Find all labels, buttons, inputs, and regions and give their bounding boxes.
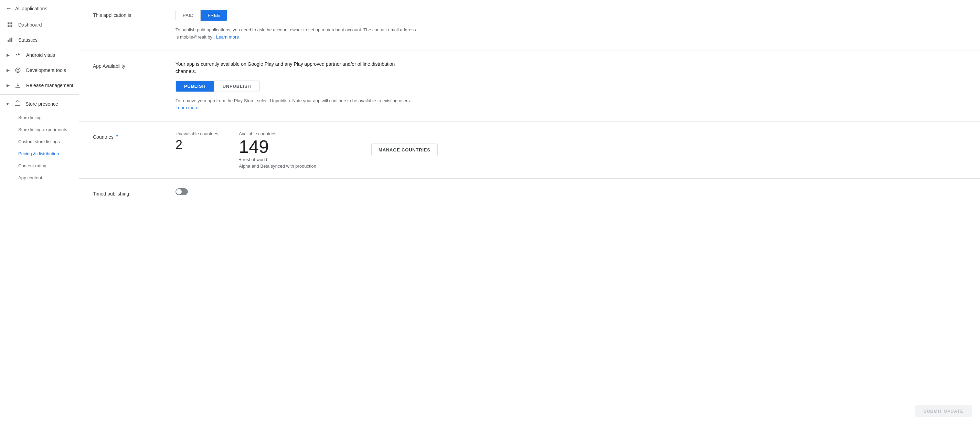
countries-data-row: Unavailable countries 2 Available countr… — [175, 131, 966, 169]
rest-of-world-note: + rest of world — [239, 157, 316, 162]
availability-row: App Availability Your app is currently a… — [93, 61, 966, 112]
availability-learn-more-link[interactable]: Learn more — [175, 105, 198, 110]
unpublish-button[interactable]: UNPUBLISH — [214, 81, 259, 92]
submit-update-button[interactable]: SUBMIT UPDATE — [915, 405, 972, 417]
store-presence-header[interactable]: ▼ Store presence — [0, 96, 79, 111]
required-star: * — [116, 134, 118, 140]
chevron-right-icon-2: ▶ — [6, 68, 10, 73]
availability-note: To remove your app from the Play Store, … — [175, 97, 416, 112]
unavailable-count: 2 — [175, 138, 218, 152]
app-type-section: This application is PAID FREE To publish… — [79, 0, 980, 51]
store-presence-label: Store presence — [25, 101, 58, 107]
sidebar-item-statistics[interactable]: Statistics — [0, 32, 79, 48]
countries-content: Unavailable countries 2 Available countr… — [175, 131, 966, 169]
back-arrow-icon: ← — [5, 5, 12, 12]
availability-section: App Availability Your app is currently a… — [79, 51, 980, 122]
svg-rect-3 — [11, 25, 13, 27]
svg-rect-10 — [15, 102, 20, 106]
sync-note: Alpha and Beta synced with production — [239, 164, 316, 169]
sidebar-item-store-listing-experiments[interactable]: Store listing experiments — [0, 124, 79, 135]
timed-publishing-content — [175, 188, 966, 195]
svg-point-8 — [16, 68, 20, 73]
countries-label: Countries * — [93, 131, 162, 140]
countries-section: Countries * Unavailable countries 2 Avai… — [79, 121, 980, 178]
app-type-learn-more-link[interactable]: Learn more — [216, 34, 239, 40]
statistics-label: Statistics — [18, 37, 38, 43]
development-tools-icon — [14, 67, 21, 74]
svg-rect-6 — [11, 38, 13, 42]
sidebar-divider — [0, 94, 79, 95]
app-type-description: To publish paid applications, you need t… — [175, 27, 416, 41]
free-button[interactable]: FREE — [200, 10, 227, 21]
android-vitals-label: Android vitals — [26, 52, 55, 58]
release-management-icon — [14, 82, 21, 89]
sidebar-item-app-content[interactable]: App content — [0, 172, 79, 184]
svg-point-9 — [17, 69, 19, 71]
svg-rect-5 — [10, 38, 11, 42]
app-type-label: This application is — [93, 10, 162, 18]
back-button[interactable]: ← All applications — [0, 0, 79, 17]
store-presence-icon — [14, 100, 21, 107]
publish-unpublish-toggle: PUBLISH UNPUBLISH — [175, 81, 260, 92]
countries-row: Countries * Unavailable countries 2 Avai… — [93, 131, 966, 169]
unavailable-countries-col: Unavailable countries 2 — [175, 131, 218, 152]
sidebar-item-dashboard[interactable]: Dashboard — [0, 17, 79, 32]
publish-button[interactable]: PUBLISH — [176, 81, 214, 92]
main-content: This application is PAID FREE To publish… — [79, 0, 980, 422]
svg-point-7 — [16, 55, 16, 56]
sidebar-item-release-management[interactable]: ▶ Release management — [0, 78, 79, 93]
chevron-down-icon: ▼ — [5, 102, 10, 107]
svg-rect-2 — [8, 25, 9, 27]
svg-rect-0 — [8, 22, 9, 24]
svg-rect-1 — [11, 22, 13, 24]
chevron-right-icon-3: ▶ — [6, 83, 10, 88]
sidebar-item-pricing-distribution[interactable]: Pricing & distribution — [0, 148, 79, 160]
sidebar-item-android-vitals[interactable]: ▶ Android vitals — [0, 48, 79, 63]
release-management-label: Release management — [26, 83, 73, 88]
availability-content: Your app is currently available on Googl… — [175, 61, 966, 112]
timed-toggle-row — [175, 188, 966, 195]
available-countries-col: Available countries 149 + rest of world … — [239, 131, 316, 169]
dashboard-icon — [6, 21, 13, 28]
back-label: All applications — [15, 6, 47, 11]
sidebar-item-content-rating[interactable]: Content rating — [0, 160, 79, 172]
statistics-icon — [6, 37, 13, 43]
chevron-right-icon: ▶ — [6, 53, 10, 57]
timed-publishing-label: Timed publishing — [93, 188, 162, 197]
unavailable-label: Unavailable countries — [175, 131, 218, 136]
android-vitals-icon — [14, 52, 21, 59]
timed-publishing-row: Timed publishing — [93, 188, 966, 197]
sidebar: ← All applications Dashboard Statistics … — [0, 0, 79, 422]
available-label: Available countries — [239, 131, 316, 136]
svg-rect-4 — [8, 40, 9, 42]
footer-bar: SUBMIT UPDATE — [79, 400, 980, 422]
dashboard-label: Dashboard — [18, 22, 42, 27]
sidebar-item-store-listing[interactable]: Store listing — [0, 111, 79, 124]
paid-button[interactable]: PAID — [176, 10, 200, 21]
availability-label: App Availability — [93, 61, 162, 69]
timed-publishing-toggle[interactable] — [175, 188, 188, 195]
content-wrapper: This application is PAID FREE To publish… — [79, 0, 980, 400]
manage-countries-button[interactable]: MANAGE COUNTRIES — [371, 143, 438, 156]
development-tools-label: Development tools — [26, 67, 66, 73]
app-type-row: This application is PAID FREE To publish… — [93, 10, 966, 41]
sidebar-item-development-tools[interactable]: ▶ Development tools — [0, 63, 79, 78]
timed-publishing-section: Timed publishing — [79, 178, 980, 206]
paid-free-toggle: PAID FREE — [175, 10, 228, 21]
app-type-content: PAID FREE To publish paid applications, … — [175, 10, 966, 41]
available-count: 149 — [239, 138, 316, 156]
sidebar-item-custom-store-listings[interactable]: Custom store listings — [0, 135, 79, 148]
availability-description: Your app is currently available on Googl… — [175, 61, 416, 75]
